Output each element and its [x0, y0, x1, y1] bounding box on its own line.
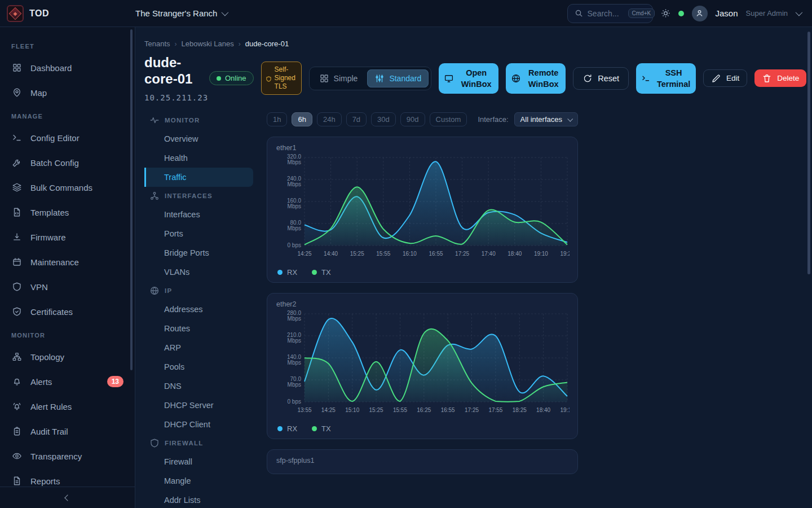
svg-text:14:25: 14:25 [321, 407, 336, 413]
sidebar-item-templates[interactable]: Templates [5, 200, 129, 225]
device-nav-item-health[interactable]: Health [144, 148, 253, 168]
svg-text:17:40: 17:40 [482, 251, 496, 257]
button-label: Edit [726, 74, 739, 82]
svg-text:Mbps: Mbps [288, 316, 301, 322]
range-button-90d[interactable]: 90d [400, 112, 425, 126]
range-button-6h[interactable]: 6h [292, 112, 312, 126]
svg-text:Mbps: Mbps [288, 181, 301, 187]
sidebar-item-dashboard[interactable]: Dashboard [5, 55, 129, 80]
sidebar-item-audit-trail[interactable]: Audit Trail [5, 419, 129, 444]
device-nav-item-label: Bridge Ports [164, 248, 209, 257]
reset-button[interactable]: Reset [573, 67, 629, 90]
delete-button[interactable]: Delete [754, 69, 806, 87]
device-nav-section-label: IP [165, 287, 172, 294]
device-nav-item-pools[interactable]: Pools [144, 357, 253, 376]
tenant-switcher[interactable]: The Stranger's Ranch [135, 8, 227, 18]
view-mode-standard[interactable]: Standard [367, 69, 429, 87]
activity-icon [149, 115, 160, 125]
breadcrumb-tenant[interactable]: Lebowski Lanes [182, 40, 234, 48]
sidebar-item-map[interactable]: Map [5, 80, 129, 105]
device-nav-item-label: Health [164, 154, 188, 163]
range-button-custom[interactable]: Custom [430, 112, 467, 126]
topology-icon [11, 352, 23, 362]
sidebar-item-alert-rules[interactable]: Alert Rules [5, 394, 129, 419]
sidebar-item-topology[interactable]: Topology [5, 344, 129, 369]
sidebar-nav: FLEETDashboardMapMANAGEConfig EditorBatc… [0, 27, 135, 487]
sidebar-item-maintenance[interactable]: Maintenance [5, 249, 129, 274]
sidebar-item-certificates[interactable]: Certificates [5, 299, 129, 324]
device-nav-section-ip: IP [144, 282, 253, 300]
sidebar-item-vpn[interactable]: VPN [5, 274, 129, 299]
svg-text:19:10: 19:10 [534, 251, 548, 257]
ssh-terminal-button[interactable]: SSH Terminal [636, 63, 696, 94]
device-nav-item-addresses[interactable]: Addresses [144, 300, 253, 319]
globe-icon [511, 73, 521, 84]
legend-dot-icon [277, 426, 283, 431]
device-nav-item-dns[interactable]: DNS [144, 376, 253, 396]
device-nav-item-overview[interactable]: Overview [144, 129, 253, 148]
device-nav-item-label: DNS [164, 382, 182, 391]
interface-select[interactable]: All interfaces [514, 112, 578, 126]
interface-label: Interface: [478, 115, 508, 124]
sidebar-item-config-editor[interactable]: Config Editor [5, 125, 129, 150]
avatar[interactable] [692, 6, 708, 21]
view-mode-simple[interactable]: Simple [312, 69, 365, 87]
search-box[interactable]: Cmd+K [567, 4, 653, 23]
range-button-30d[interactable]: 30d [371, 112, 396, 126]
range-button-24h[interactable]: 24h [317, 112, 342, 126]
sidebar-item-transparency[interactable]: Transparency [5, 444, 129, 468]
sidebar-item-batch-config[interactable]: Batch Config [5, 150, 129, 175]
chart-card-ether1: ether1 320.0 Mbps240.0 Mbps160.0 Mbps80.… [267, 137, 578, 283]
network-icon [149, 191, 160, 201]
button-label: Reset [598, 74, 619, 83]
device-nav-item-mangle[interactable]: Mangle [144, 471, 253, 491]
shield-alert-icon [266, 67, 272, 91]
open-winbox-button[interactable]: Open WinBox [439, 63, 498, 94]
range-button-7d[interactable]: 7d [346, 112, 367, 126]
svg-text:0 bps: 0 bps [288, 398, 301, 405]
sidebar-section-label: FLEET [5, 35, 129, 55]
device-nav-item-traffic[interactable]: Traffic [144, 168, 253, 187]
sidebar-item-firmware[interactable]: Firmware [5, 225, 129, 249]
svg-text:15:55: 15:55 [376, 251, 390, 257]
device-nav-section-label: MONITOR [165, 117, 200, 124]
sidebar-item-reports[interactable]: Reports [5, 468, 129, 487]
device-nav-item-dhcp-client[interactable]: DHCP Client [144, 415, 253, 434]
chevron-down-icon [567, 116, 573, 121]
shield-check-icon [11, 306, 23, 317]
device-nav-item-arp[interactable]: ARP [144, 338, 253, 357]
device-nav-item-interfaces[interactable]: Interfaces [144, 205, 253, 224]
legend-item-tx: TX [312, 268, 331, 277]
dashboard-icon [11, 63, 23, 73]
sidebar-collapse-button[interactable] [0, 487, 135, 508]
app-logo-icon [7, 5, 24, 22]
legend-dot-icon [312, 426, 317, 431]
theme-toggle-sun-icon[interactable] [661, 8, 670, 18]
sidebar-item-alerts[interactable]: Alerts13 [5, 369, 129, 394]
device-nav-section-monitor: MONITOR [144, 111, 253, 129]
terminal-icon [11, 133, 23, 143]
svg-text:18:25: 18:25 [513, 407, 527, 413]
device-nav-item-bridge-ports[interactable]: Bridge Ports [144, 243, 253, 262]
device-nav-item-vlans[interactable]: VLANs [144, 262, 253, 282]
edit-button[interactable]: Edit [703, 69, 747, 87]
sidebar-item-label: Map [30, 88, 47, 98]
device-nav-item-addr-lists[interactable]: Addr Lists [144, 491, 253, 508]
device-nav-item-ports[interactable]: Ports [144, 224, 253, 243]
sidebar-item-bulk-commands[interactable]: Bulk Commands [5, 175, 129, 200]
range-button-1h[interactable]: 1h [267, 112, 287, 126]
remote-winbox-button[interactable]: Remote WinBox [506, 63, 566, 94]
device-nav-item-firewall[interactable]: Firewall [144, 452, 253, 471]
sidebar-item-label: Batch Config [30, 158, 79, 168]
device-nav-item-label: ARP [164, 343, 181, 352]
svg-text:16:55: 16:55 [441, 407, 455, 413]
device-nav-item-routes[interactable]: Routes [144, 319, 253, 338]
button-label: Remote WinBox [526, 67, 561, 90]
search-input[interactable] [588, 9, 624, 18]
device-nav-item-dhcp-server[interactable]: DHCP Server [144, 396, 253, 415]
sidebar-item-label: Firmware [30, 233, 66, 242]
breadcrumb-tenants[interactable]: Tenants [144, 40, 170, 48]
sidebar-scrollbar[interactable] [130, 29, 133, 370]
refresh-icon [582, 73, 593, 84]
user-menu-chevron-icon[interactable] [796, 9, 803, 16]
